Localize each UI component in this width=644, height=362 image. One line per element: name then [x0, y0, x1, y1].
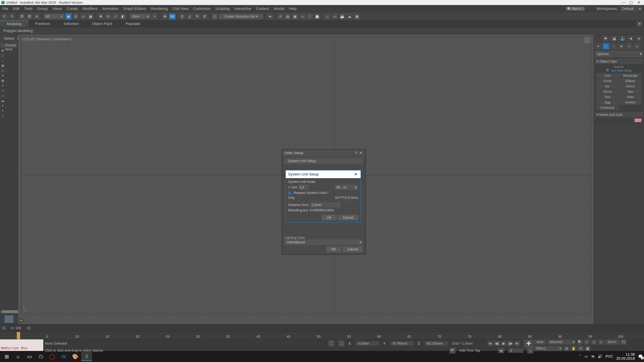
- timeline[interactable]: 5101520253035404550556065707580859095100: [0, 332, 644, 339]
- system-unit-setup-button[interactable]: System Unit Setup: [284, 158, 363, 164]
- selection-filter-combo[interactable]: All: [44, 14, 64, 19]
- cp-display-icon[interactable]: ▸: [636, 36, 642, 41]
- se-filter-misc1-icon[interactable]: ▾: [0, 103, 5, 108]
- max-viewport-icon[interactable]: ◻: [591, 339, 597, 345]
- btn-donut[interactable]: Donut: [619, 84, 642, 89]
- maxscript-listener[interactable]: MAXScript Min: [0, 345, 43, 351]
- render-production-icon[interactable]: ☕: [339, 13, 345, 19]
- se-filter-cameras-icon[interactable]: ▣: [0, 63, 5, 68]
- menu-interactive[interactable]: Interactive: [232, 5, 254, 12]
- orbit-icon[interactable]: ✋: [570, 346, 576, 351]
- signin-button[interactable]: Sign In: [566, 7, 585, 10]
- se-filter-bone-icon[interactable]: ✶: [0, 83, 5, 88]
- ribbon-tab-freeform[interactable]: Freeform: [28, 20, 57, 27]
- viewport-label[interactable]: [+] [Left ] [Standard ] [Wireframe ]: [22, 37, 72, 41]
- angle-snap-icon[interactable]: ∠: [187, 13, 193, 19]
- scene-explorer-list[interactable]: Name (Sorted Asce ◉ ◯ ☼ ▣ ◫ ≋ ▦ ✶ ▭ ▭ ▬ …: [0, 42, 18, 309]
- wifi-icon[interactable]: ⇆: [591, 354, 594, 359]
- ribbon-tab-modeling[interactable]: Modeling: [0, 20, 28, 27]
- rollout-name-color[interactable]: Name and Colo: [595, 112, 643, 117]
- menu-civil-view[interactable]: Civil View: [170, 5, 191, 12]
- menu-content[interactable]: Content: [254, 5, 271, 12]
- align-icon[interactable]: ≡: [277, 13, 283, 19]
- curve-editor-icon[interactable]: ∿: [299, 13, 306, 19]
- menu-help[interactable]: Help: [286, 5, 299, 12]
- start-new-shape-checkbox[interactable]: tart New Shap: [596, 69, 642, 72]
- ribbon-collapse-icon[interactable]: ▾: [636, 21, 643, 27]
- keyboard-shortcut-icon[interactable]: ⌨: [169, 13, 175, 19]
- cp-tab-helpers-icon[interactable]: ✳: [626, 43, 632, 49]
- se-filter-hidden-icon[interactable]: ▬: [0, 98, 5, 103]
- ribbon-tab-selection[interactable]: Selection: [57, 20, 86, 27]
- rect-select-region-icon[interactable]: ▭: [80, 13, 86, 19]
- se-filter-misc2-icon[interactable]: ▾: [0, 108, 5, 113]
- se-filter-container-icon[interactable]: ▭: [0, 88, 5, 93]
- time-prev-button[interactable]: <: [1, 326, 6, 330]
- key-mode-toggle-icon[interactable]: ✚: [524, 339, 533, 348]
- frame-step-icon[interactable]: ◂▸: [498, 348, 504, 353]
- battery-icon[interactable]: ▭: [584, 354, 588, 359]
- auto-key-button[interactable]: Auto: [534, 339, 546, 345]
- se-filter-misc3-icon[interactable]: □: [0, 113, 5, 118]
- btn-line[interactable]: Line: [596, 73, 619, 78]
- cp-tab-geometry-icon[interactable]: ●: [595, 43, 602, 49]
- rollout-object-type[interactable]: Object Type: [595, 59, 643, 64]
- zoom-all-icon[interactable]: ⤢: [584, 339, 590, 345]
- action-center-icon[interactable]: 💬3: [638, 354, 643, 359]
- render-frame-icon[interactable]: ▭: [332, 13, 338, 19]
- cp-tab-cameras-icon[interactable]: ■: [618, 43, 625, 49]
- next-frame-icon[interactable]: ∥▶: [508, 341, 513, 346]
- se-filter-spacewarps-icon[interactable]: ≋: [0, 73, 5, 78]
- origin-slider[interactable]: [288, 201, 358, 201]
- render-in-cloud-icon[interactable]: ☁: [346, 13, 352, 19]
- menu-file[interactable]: File: [0, 5, 10, 12]
- y-value[interactable]: -9,785mm: [390, 341, 414, 346]
- viewport-shade-toggle-icon[interactable]: [584, 37, 591, 43]
- btn-star[interactable]: Star: [619, 89, 642, 94]
- se-filter-frozen-icon[interactable]: ▭: [0, 93, 5, 98]
- menu-animation[interactable]: Animation: [100, 5, 121, 12]
- se-filter-groups-icon[interactable]: ▦: [0, 78, 5, 83]
- sysunit-ok-button[interactable]: OK: [322, 215, 336, 220]
- cp-tab-shapes-icon[interactable]: ◯: [602, 43, 609, 49]
- unlink-icon[interactable]: ⛓̸: [26, 13, 32, 19]
- paint-icon[interactable]: 🎨: [70, 352, 80, 361]
- window-minimize-button[interactable]: —: [620, 0, 627, 5]
- btn-freehand[interactable]: Freehand: [596, 105, 619, 110]
- add-time-tag[interactable]: Add Time Tag: [460, 349, 480, 353]
- scroll-thumb[interactable]: [2, 310, 18, 313]
- btn-circle[interactable]: Circle: [596, 78, 619, 83]
- se-filter-helpers-icon[interactable]: ◫: [0, 68, 5, 73]
- menu-scripting[interactable]: Scripting: [213, 5, 232, 12]
- menu-customize[interactable]: Customize: [191, 5, 213, 12]
- zoom-extents-icon[interactable]: 🔍: [577, 339, 583, 345]
- menu-views[interactable]: Views: [50, 5, 64, 12]
- cp-hierarchy-icon[interactable]: ⚓: [619, 36, 626, 41]
- key-filters-selected-combo[interactable]: Selected: [547, 339, 576, 345]
- se-select-menu[interactable]: Select: [4, 36, 14, 41]
- respect-checkbox-icon[interactable]: [288, 192, 291, 194]
- tray-chevron-icon[interactable]: ˄: [579, 354, 581, 359]
- btn-helix[interactable]: Helix: [619, 94, 642, 99]
- minmax-viewport-icon[interactable]: ▩: [585, 346, 591, 351]
- cp-tab-spacewarps-icon[interactable]: ≋: [634, 43, 640, 49]
- start-button[interactable]: ⊞: [1, 352, 12, 361]
- sysunit-cancel-button[interactable]: Cancel: [338, 215, 358, 220]
- ribbon-tab-populate[interactable]: Populate: [119, 20, 147, 27]
- btn-text[interactable]: Text: [596, 94, 619, 99]
- menu-tools[interactable]: Tools: [22, 5, 35, 12]
- se-filter-shapes-icon[interactable]: ◯: [0, 53, 5, 58]
- 3dsmax-taskbar-icon[interactable]: 3: [81, 352, 92, 361]
- prev-frame-icon[interactable]: ◀∥: [494, 341, 500, 346]
- redo-icon[interactable]: ↷: [9, 13, 15, 19]
- layer-explorer-icon[interactable]: ▤: [284, 13, 291, 19]
- ribbon-tab-object-paint[interactable]: Object Paint: [85, 20, 119, 27]
- pan-icon[interactable]: ⊞: [564, 346, 570, 351]
- autogrid-label[interactable]: AutoGr: [596, 65, 642, 69]
- material-editor-icon[interactable]: ⬤: [314, 13, 320, 19]
- mirror-icon[interactable]: ⇋: [267, 13, 273, 19]
- cp-motion-icon[interactable]: ◄: [628, 36, 634, 41]
- spinner-snap-icon[interactable]: ⇵: [202, 13, 208, 19]
- units-help-button[interactable]: ?: [354, 151, 358, 155]
- cp-modify-icon[interactable]: ◪: [611, 36, 617, 41]
